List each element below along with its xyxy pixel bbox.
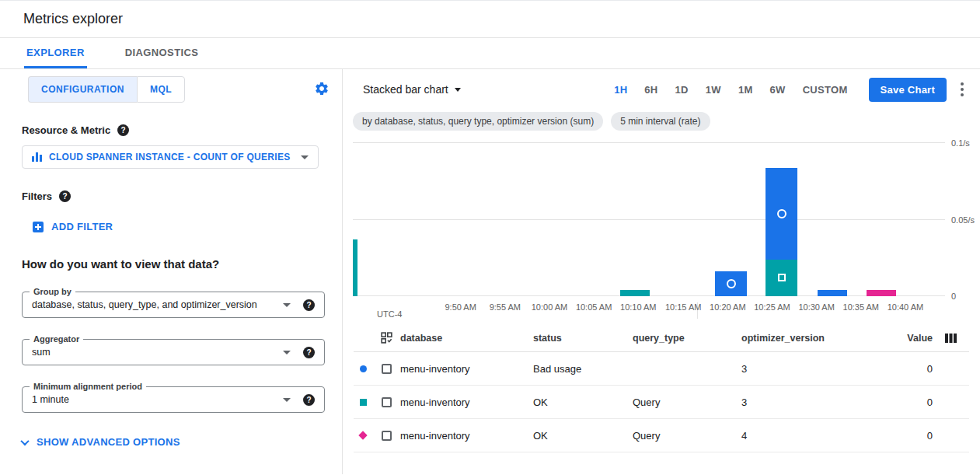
x-axis-label: 10:35 AM <box>843 302 879 312</box>
time-range-6h[interactable]: 6H <box>636 78 666 102</box>
legend-row[interactable]: menu-inventoryOKQuery30 <box>354 386 969 419</box>
y-axis-label: 0 <box>951 292 956 301</box>
legend-header-row: database status query_type optimizer_ver… <box>354 324 969 352</box>
chart-area: 0.1/s0.05/s0 <box>353 143 945 296</box>
time-range-1h[interactable]: 1H <box>605 78 636 102</box>
help-icon[interactable] <box>303 299 315 311</box>
col-database: database <box>400 333 533 344</box>
x-axis-label: 10:05 AM <box>576 302 612 312</box>
configuration-tab-button[interactable]: CONFIGURATION <box>28 76 137 103</box>
metric-selector-dropdown[interactable]: CLOUD SPANNER INSTANCE - COUNT OF QUERIE… <box>22 145 319 169</box>
columns-icon[interactable] <box>933 333 968 344</box>
x-axis-label: 10:10 AM <box>620 302 656 312</box>
save-chart-button[interactable]: Save Chart <box>869 78 947 102</box>
cell-database: menu-inventory <box>400 396 533 408</box>
series-checkbox[interactable] <box>382 397 392 407</box>
alignment-period-value: 1 minute <box>32 394 283 405</box>
mode-toggle: CONFIGURATION MQL <box>28 76 185 103</box>
help-icon[interactable] <box>117 124 129 136</box>
col-status: status <box>533 333 633 344</box>
add-box-icon <box>33 222 44 232</box>
aggregator-value: sum <box>32 347 283 358</box>
tab-bar: EXPLORER DIAGNOSTICS <box>0 38 980 69</box>
col-value: Value <box>866 333 933 344</box>
bar-circle-marker <box>727 279 736 288</box>
mql-tab-button[interactable]: MQL <box>137 76 185 103</box>
series-square-marker <box>360 399 367 406</box>
x-axis-label: 10:40 AM <box>888 302 923 312</box>
dropdown-caret-icon <box>283 303 291 307</box>
chart-config-chips: by database, status, query type, optimiz… <box>353 112 980 131</box>
bar-segment-teal <box>766 260 797 296</box>
chart-config-chip: by database, status, query type, optimiz… <box>353 112 603 131</box>
dropdown-caret-icon <box>283 351 291 355</box>
x-axis: UTC-49:50 AM9:55 AM10:00 AM10:05 AM10:10… <box>353 301 945 313</box>
bar-segment-blue <box>715 271 746 296</box>
settings-icon[interactable] <box>314 81 330 96</box>
add-filter-button[interactable]: ADD FILTER <box>33 221 342 232</box>
time-range-1d[interactable]: 1D <box>667 78 697 102</box>
bar-circle-marker <box>777 209 786 218</box>
series-diamond-marker <box>358 431 367 439</box>
more-vert-icon[interactable] <box>957 78 968 101</box>
cell-status: Bad usage <box>533 363 633 375</box>
cell-optimizer-version: 4 <box>741 430 866 442</box>
gridline <box>353 219 945 220</box>
help-icon[interactable] <box>303 347 315 358</box>
help-icon[interactable] <box>59 190 71 202</box>
series-checkbox[interactable] <box>382 431 392 441</box>
time-range-1w[interactable]: 1W <box>697 78 730 102</box>
alignment-period-label: Minimum alignment period <box>30 382 146 391</box>
cell-database: menu-inventory <box>400 430 533 442</box>
legend-row[interactable]: menu-inventoryOKQuery40 <box>354 419 969 452</box>
view-data-heading: How do you want to view that data? <box>22 257 342 271</box>
expand-icon <box>20 436 29 445</box>
group-by-label: Group by <box>30 287 75 296</box>
dropdown-caret-icon <box>283 398 291 402</box>
tab-diagnostics[interactable]: DIAGNOSTICS <box>123 38 201 68</box>
time-range-6w[interactable]: 6W <box>762 78 794 102</box>
x-axis-label: 9:55 AM <box>490 302 521 312</box>
dropdown-caret-icon <box>455 88 461 92</box>
gridline <box>353 142 945 143</box>
cell-value: 0 <box>866 396 933 408</box>
aggregator-select[interactable]: Aggregator sum <box>22 339 325 365</box>
x-axis-label: 10:25 AM <box>754 302 790 312</box>
chart-type-dropdown[interactable]: Stacked bar chart <box>363 83 461 96</box>
legend-row[interactable]: menu-inventoryBad usage30 <box>354 352 969 386</box>
group-by-select[interactable]: Group by database, status, query_type, a… <box>22 292 325 318</box>
time-range-group: 1H6H1D1W1M6WCUSTOM <box>605 78 856 102</box>
time-range-custom[interactable]: CUSTOM <box>794 78 856 102</box>
chart-plot: 0.1/s0.05/s0 <box>353 143 945 296</box>
alignment-period-select[interactable]: Minimum alignment period 1 minute <box>22 386 325 413</box>
bar-segment-blue <box>766 168 797 260</box>
y-axis-label: 0.1/s <box>951 138 970 148</box>
cell-status: OK <box>533 396 633 408</box>
chart-config-chip: 5 min interval (rate) <box>611 112 710 131</box>
help-icon[interactable] <box>303 394 315 406</box>
bar-segment-teal <box>353 239 357 296</box>
time-range-1m[interactable]: 1M <box>730 78 762 102</box>
page-title: Metrics explorer <box>23 11 123 27</box>
x-axis-label: 10:00 AM <box>532 302 567 312</box>
bar-segment-teal <box>620 290 650 296</box>
cell-optimizer-version: 3 <box>741 363 866 375</box>
resource-metric-label: Resource & Metric <box>22 124 110 136</box>
show-advanced-options-label: SHOW ADVANCED OPTIONS <box>37 436 180 448</box>
series-checkbox[interactable] <box>382 364 392 374</box>
tab-explorer[interactable]: EXPLORER <box>24 38 87 68</box>
cell-status: OK <box>533 430 633 442</box>
series-circle-marker <box>360 365 367 372</box>
cell-value: 0 <box>866 363 933 375</box>
cell-optimizer-version: 3 <box>741 396 866 408</box>
chart-panel: Stacked bar chart 1H6H1D1W1M6WCUSTOM Sav… <box>343 69 980 474</box>
select-all-series-icon[interactable] <box>372 332 400 344</box>
bar-square-marker <box>778 274 786 281</box>
configuration-panel: CONFIGURATION MQL Resource & Metric CLOU… <box>0 69 343 474</box>
add-filter-label: ADD FILTER <box>51 221 113 232</box>
cell-query-type: Query <box>633 396 741 408</box>
dropdown-caret-icon <box>301 155 309 159</box>
metric-selector-value: CLOUD SPANNER INSTANCE - COUNT OF QUERIE… <box>49 152 291 162</box>
legend-table: database status query_type optimizer_ver… <box>354 324 969 452</box>
show-advanced-options-button[interactable]: SHOW ADVANCED OPTIONS <box>22 436 342 448</box>
